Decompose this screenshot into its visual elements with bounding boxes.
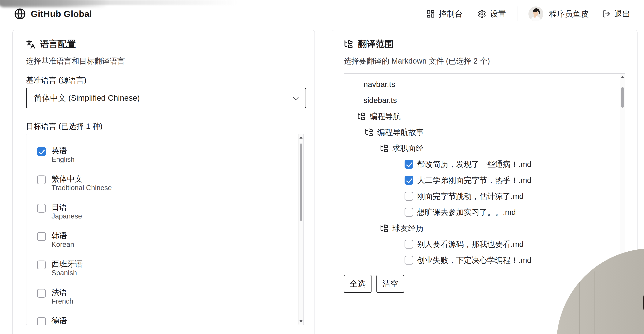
dashboard-icon <box>426 10 435 18</box>
translation-scope-header: 翻译范围 <box>344 38 629 50</box>
translation-scope-subtitle: 选择要翻译的 Markdown 文件 (已选择 2 个) <box>344 57 629 65</box>
language-name: 日语 <box>52 203 82 212</box>
checkbox-checked[interactable] <box>404 160 413 169</box>
base-language-value: 简体中文 (Simplified Chinese) <box>34 93 140 103</box>
scrollbar-thumb[interactable] <box>621 87 624 108</box>
checkbox-checked[interactable] <box>37 147 46 156</box>
target-language-label: 目标语言 (已选择 1 种) <box>26 122 306 130</box>
tree-item-label: 编程导航故事 <box>377 128 424 137</box>
language-option[interactable]: 法语 French <box>37 288 304 305</box>
gear-icon <box>478 10 486 18</box>
brand: GitHub Global <box>14 8 92 20</box>
tree-item-label: 刚面完字节跳动，估计凉了.md <box>417 192 524 201</box>
navbar-right: 控制台 设置 程序员鱼皮 <box>426 7 630 21</box>
language-name-en: Korean <box>52 241 74 249</box>
tree-file-row[interactable]: sidebar.ts <box>344 92 625 108</box>
tree-item-label: 球友经历 <box>392 224 424 233</box>
language-option[interactable]: 西班牙语 Spanish <box>37 259 304 277</box>
checkbox-unchecked[interactable] <box>37 317 46 325</box>
scroll-up-icon[interactable] <box>300 136 302 138</box>
language-name: 法语 <box>52 288 73 297</box>
folder-tree-icon <box>365 128 374 137</box>
checkbox-unchecked[interactable] <box>404 208 413 217</box>
tree-item-label: 编程导航 <box>370 112 401 121</box>
checkbox-unchecked[interactable] <box>404 256 413 265</box>
language-option[interactable]: 繁体中文 Traditional Chinese <box>37 174 304 192</box>
tree-file-row[interactable]: 想旷课去参加实习了。。.md <box>344 204 625 220</box>
tree-file-row[interactable]: 刚面完字节跳动，估计凉了.md <box>344 188 625 204</box>
tree-item-label: sidebar.ts <box>364 96 397 105</box>
scroll-up-icon[interactable] <box>621 76 624 78</box>
language-name: 德语 <box>52 316 67 325</box>
language-labels: 韩语 Korean <box>52 231 74 249</box>
tree-file-row[interactable]: 别人要看源码，那我也要看.md <box>344 236 625 252</box>
nav-settings[interactable]: 设置 <box>478 9 506 19</box>
language-name: 韩语 <box>52 231 74 240</box>
app-title: GitHub Global <box>31 9 92 19</box>
nav-console[interactable]: 控制台 <box>426 9 463 19</box>
languages-icon <box>26 39 36 49</box>
nav-settings-label: 设置 <box>490 9 506 19</box>
translation-scope-title: 翻译范围 <box>358 38 394 50</box>
globe-icon <box>14 8 26 20</box>
checkbox-unchecked[interactable] <box>37 176 46 184</box>
folder-tree-icon <box>380 224 388 233</box>
tree-item-label: 想旷课去参加实习了。。.md <box>417 208 516 217</box>
checkbox-unchecked[interactable] <box>404 192 413 201</box>
folder-tree-icon <box>344 39 353 49</box>
language-option[interactable]: 德语 <box>37 316 304 325</box>
user-avatar <box>528 7 543 21</box>
scrollbar-thumb[interactable] <box>300 143 302 221</box>
language-labels: 德语 <box>52 316 67 325</box>
language-option[interactable]: 英语 English <box>37 146 304 163</box>
checkbox-unchecked[interactable] <box>37 289 46 298</box>
logout-icon <box>602 10 610 18</box>
select-all-button[interactable]: 全选 <box>344 275 372 293</box>
checkbox-checked[interactable] <box>404 176 413 185</box>
clear-button[interactable]: 清空 <box>376 275 404 293</box>
tree-file-row[interactable]: 帮改简历，发现了一些通病！.md <box>344 156 625 172</box>
checkbox-unchecked[interactable] <box>37 232 46 241</box>
nav-console-label: 控制台 <box>439 9 463 19</box>
language-config-title: 语言配置 <box>40 38 76 50</box>
folder-tree-icon <box>357 112 366 121</box>
language-labels: 繁体中文 Traditional Chinese <box>52 174 112 192</box>
language-config-subtitle: 选择基准语言和目标翻译语言 <box>26 57 306 65</box>
checkbox-unchecked[interactable] <box>37 204 46 213</box>
checkbox-unchecked[interactable] <box>404 240 413 249</box>
top-navbar: GitHub Global 控制台 设置 <box>0 0 644 28</box>
tree-folder-row[interactable]: 编程导航故事 <box>344 124 625 140</box>
language-list-scrollbar[interactable] <box>298 134 303 324</box>
file-tree-scrollbar[interactable] <box>620 74 625 266</box>
tree-item-label: 大二学弟刚面完字节，热乎！.md <box>417 176 531 185</box>
language-option[interactable]: 日语 Japanese <box>37 203 304 220</box>
language-labels: 英语 English <box>52 146 74 163</box>
user-menu[interactable]: 程序员鱼皮 <box>528 7 589 21</box>
tree-folder-row[interactable]: 求职面经 <box>344 140 625 156</box>
tree-item-label: 创业失败，下定决心学编程！.md <box>417 256 531 265</box>
scroll-down-icon[interactable] <box>300 320 302 322</box>
folder-tree-icon <box>380 144 388 153</box>
tree-file-row[interactable]: 创业失败，下定决心学编程！.md <box>344 252 625 266</box>
chevron-down-icon <box>293 95 298 100</box>
tree-folder-row[interactable]: 球友经历 <box>344 220 625 236</box>
target-language-listbox: 英语 English 繁体中文 Traditional Chinese 日语 J… <box>26 134 304 325</box>
checkbox-unchecked[interactable] <box>37 261 46 269</box>
tree-item-label: 别人要看源码，那我也要看.md <box>417 240 524 249</box>
language-name-en: Japanese <box>52 212 82 220</box>
tree-file-row[interactable]: navbar.ts <box>344 76 625 92</box>
tree-folder-row[interactable]: 编程导航 <box>344 108 625 124</box>
language-name-en: Spanish <box>52 269 83 277</box>
language-config-card: 语言配置 选择基准语言和目标翻译语言 基准语言 (源语言) 简体中文 (Simp… <box>12 30 315 334</box>
tree-item-label: 求职面经 <box>392 144 424 153</box>
tree-file-row[interactable]: 大二学弟刚面完字节，热乎！.md <box>344 172 625 188</box>
language-name-en: English <box>52 155 74 163</box>
language-config-header: 语言配置 <box>26 38 306 50</box>
logout-button[interactable]: 退出 <box>602 9 630 19</box>
tree-item-label: 帮改简历，发现了一些通病！.md <box>417 160 531 169</box>
language-name: 英语 <box>52 146 74 155</box>
base-language-select[interactable]: 简体中文 (Simplified Chinese) <box>26 88 306 108</box>
language-option[interactable]: 韩语 Korean <box>37 231 304 249</box>
user-name: 程序员鱼皮 <box>549 9 589 19</box>
navbar-divider <box>517 7 518 21</box>
